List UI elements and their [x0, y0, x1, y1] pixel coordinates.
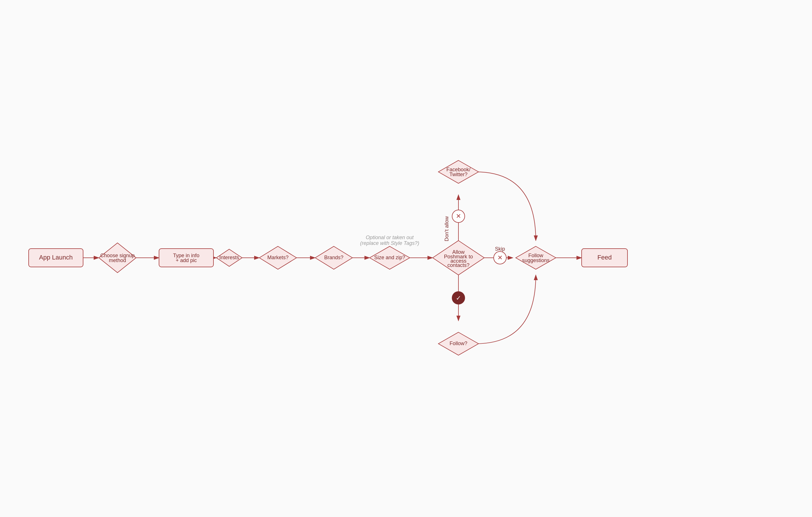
optional-note2: (replace with Style Tags?): [360, 240, 419, 246]
size-zip-label: Size and zip?: [374, 255, 405, 261]
feed-label: Feed: [598, 254, 612, 261]
arrow-facebook-follow: [475, 172, 536, 241]
choose-signup-label2: method: [109, 257, 126, 263]
type-info-label2: + add pic: [176, 257, 197, 263]
arrow-followq-follow: [475, 275, 536, 344]
follow-q-label: Follow?: [450, 340, 467, 346]
flowchart-canvas: App Launch Choose signup method Type in …: [0, 0, 812, 517]
flow-diagram: App Launch Choose signup method Type in …: [0, 0, 812, 517]
brands-label: Brands?: [324, 255, 343, 261]
facebook-label2: Twitter?: [449, 172, 467, 177]
x-icon-dont: ✕: [456, 213, 461, 220]
check-icon: ✓: [456, 295, 461, 302]
dont-allow-label: Don't allow: [444, 216, 450, 241]
optional-note1: Optional or taken out: [366, 235, 414, 240]
markets-label: Markets?: [267, 255, 289, 261]
allow-label4: contacts?: [447, 262, 469, 268]
skip-label: Skip: [495, 246, 505, 252]
x-icon-skip: ✕: [497, 254, 502, 261]
interests-label: Interests: [219, 255, 239, 261]
app-launch-label: App Launch: [39, 254, 72, 261]
follow-suggestions-label2: suggestions: [522, 257, 550, 263]
